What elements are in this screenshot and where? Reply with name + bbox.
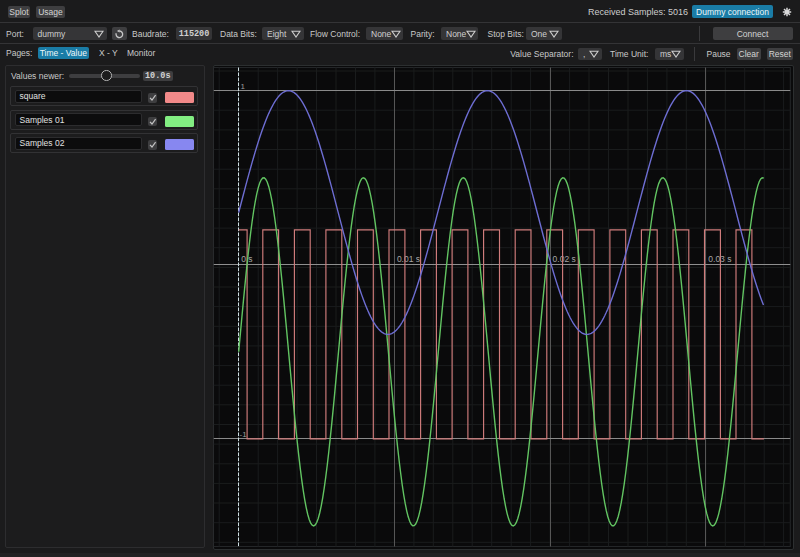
svg-text:1: 1	[241, 82, 246, 91]
svg-text:-1: -1	[240, 430, 248, 439]
svg-text:0.01 s: 0.01 s	[397, 254, 420, 264]
svg-text:0.02 s: 0.02 s	[553, 254, 576, 264]
